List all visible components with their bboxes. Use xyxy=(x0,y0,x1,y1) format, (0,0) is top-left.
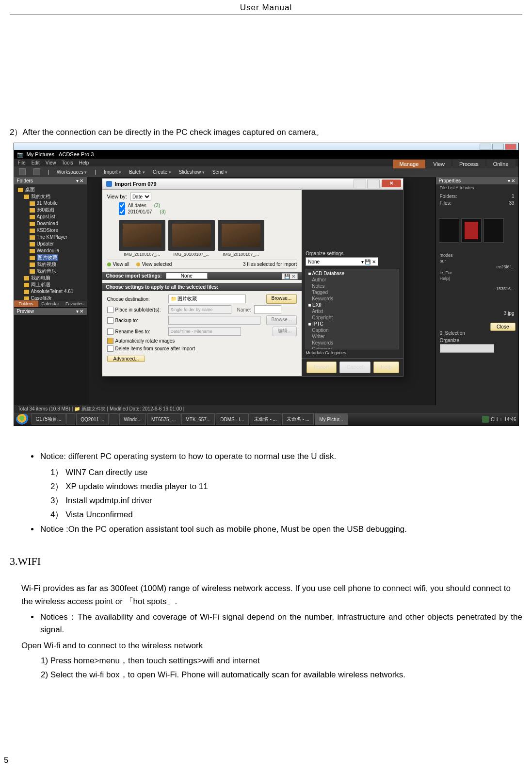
wifi-open-line: Open Wi-fi and to connect to the wireles… xyxy=(21,640,511,652)
ltab-folders[interactable]: Folders xyxy=(14,300,38,307)
task-2[interactable] xyxy=(66,413,75,425)
folder-tree[interactable]: 桌面我的文档91 Mobile360截图AppsListDownloadKSDS… xyxy=(14,184,87,300)
preview-header: Preview▾ ✕ xyxy=(14,308,87,315)
name-input[interactable] xyxy=(254,305,281,314)
auto-rotate-label: Automatically rotate images xyxy=(107,338,175,344)
task-5[interactable]: Windo... xyxy=(119,413,146,425)
chk-auto-rotate[interactable] xyxy=(107,338,113,344)
task-1[interactable]: G175项目... xyxy=(32,413,66,425)
tray-clock: 14:46 xyxy=(504,417,516,422)
win-max-icon[interactable] xyxy=(492,144,504,150)
thumb-2[interactable] xyxy=(168,220,215,251)
rename-edit-button[interactable]: 编辑... xyxy=(273,327,297,336)
tab-online[interactable]: Online xyxy=(486,160,516,168)
task-10[interactable]: 未命名 - ... xyxy=(282,413,314,425)
tb-send[interactable]: Send xyxy=(212,169,227,175)
menu-file[interactable]: File xyxy=(18,160,26,165)
dest-input[interactable]: 📁 图片收藏 xyxy=(168,295,246,303)
rename-select[interactable]: Date/Time - Filename xyxy=(168,327,241,336)
task-11[interactable]: My Pictur... xyxy=(315,413,347,425)
rthumb-1[interactable] xyxy=(439,218,459,243)
tray-icon[interactable] xyxy=(482,416,489,423)
tab-manage[interactable]: Manage xyxy=(393,160,426,168)
win-min-icon[interactable] xyxy=(480,144,491,150)
notice-usb-debug: Notice :On the PC operation assistant to… xyxy=(40,523,407,536)
chk-delete-src[interactable] xyxy=(107,345,113,352)
browse-button[interactable]: Browse... xyxy=(266,294,297,304)
backup-label: Backup to: xyxy=(107,317,165,324)
wifi-intro: Wi-Fi provides as far as 300feet (100M) … xyxy=(21,582,511,608)
import-settings-select[interactable]: None xyxy=(166,273,208,279)
dialog-max-icon[interactable] xyxy=(367,180,380,188)
intro-line: 2）After the connection can be directly i… xyxy=(10,127,522,138)
chk-date-label: 2010/01/07 xyxy=(128,209,152,214)
help-button[interactable]: Help xyxy=(373,361,399,373)
right-small-text: modes our ee25l6f... le_For Help| xyxy=(436,252,518,281)
chk-subfolder[interactable] xyxy=(107,307,113,313)
dialog-min-icon[interactable] xyxy=(354,180,366,188)
section-import-settings: Choose import settings: None 💾 ✕ xyxy=(102,272,302,280)
chk-date[interactable] xyxy=(119,209,125,215)
tab-view[interactable]: View xyxy=(426,160,451,168)
tb-slideshow[interactable]: Slideshow xyxy=(179,169,205,175)
thumb-1[interactable] xyxy=(119,220,165,251)
task-7[interactable]: MTK_657... xyxy=(181,413,215,425)
left-tabs: Folders Calendar Favorites xyxy=(14,300,87,308)
viewby-select[interactable]: Date xyxy=(130,193,151,200)
organize-box[interactable] xyxy=(440,344,494,353)
tab-process[interactable]: Process xyxy=(452,160,485,168)
task-3[interactable]: QQ2011 ... xyxy=(76,413,109,425)
tb-import[interactable]: Import xyxy=(104,169,121,175)
backup-input[interactable] xyxy=(168,316,260,325)
toolbar-back-icon[interactable] xyxy=(19,168,26,175)
count-all: (3) xyxy=(154,203,160,208)
organize-select[interactable]: None▾ 💾 ✕ xyxy=(306,257,378,266)
subfolder-label: Place in subfolder(s): xyxy=(107,307,165,313)
delete-src-label: Delete items from source after import xyxy=(107,345,195,352)
view-all-toggle[interactable]: View all xyxy=(107,262,129,267)
tb-create[interactable]: Create xyxy=(153,169,171,175)
section-apply-settings: Choose settings to apply to all the sele… xyxy=(102,283,302,291)
chk-backup[interactable] xyxy=(107,317,113,324)
metadata-list[interactable]: ■ ACD DatabaseAuthorNotesTaggedKeywords■… xyxy=(306,269,399,349)
ltab-calendar[interactable]: Calendar xyxy=(38,300,63,307)
bullet-dot-icon xyxy=(31,455,33,458)
backup-browse-button[interactable]: Browse... xyxy=(266,315,297,325)
wifi-step-2: 2) Select the wi-fi box，to open Wi-Fi. P… xyxy=(41,668,522,682)
step-install: 3） Install wpdmtp.inf driver xyxy=(50,494,522,508)
import-button[interactable]: Import xyxy=(306,361,336,373)
import-icon xyxy=(106,181,112,187)
rthumb-3[interactable] xyxy=(484,218,504,243)
rthumb-2[interactable] xyxy=(461,218,482,243)
cancel-button[interactable]: Cancel xyxy=(339,361,371,373)
thumb-3-cap: IMG_20100107_... xyxy=(218,252,264,257)
task-4[interactable] xyxy=(110,413,118,425)
menu-tools[interactable]: Tools xyxy=(62,160,73,165)
menu-help[interactable]: Help xyxy=(79,160,89,165)
start-button-icon[interactable] xyxy=(16,414,31,425)
dialog-close-button[interactable]: ✕ xyxy=(382,180,401,187)
task-8[interactable]: DDMS - I... xyxy=(216,413,248,425)
bullet-dot-icon xyxy=(31,528,33,530)
advanced-button[interactable]: Advanced... xyxy=(107,356,145,362)
thumb-3[interactable] xyxy=(218,220,264,251)
toolbar-fwd-icon[interactable] xyxy=(33,168,40,175)
chk-all-dates[interactable] xyxy=(119,202,125,209)
view-selected-toggle[interactable]: View selected xyxy=(136,262,172,267)
wifi-step-1: 1) Press home>menu，then touch settings>w… xyxy=(41,654,522,668)
subfolder-select[interactable]: Single folder by name xyxy=(168,305,231,314)
close-button[interactable]: Close xyxy=(490,323,516,331)
menu-edit[interactable]: Edit xyxy=(32,160,40,165)
win-close-icon[interactable] xyxy=(505,144,516,150)
step-xp: 2） XP update windows media player to 11 xyxy=(50,480,522,494)
menu-view[interactable]: View xyxy=(46,160,56,165)
chk-all-label: All dates xyxy=(128,203,146,208)
thumb-1-cap: IMG_20100107_... xyxy=(119,252,165,257)
system-tray: CH↑ 14:46 xyxy=(482,416,516,423)
tb-batch[interactable]: Batch xyxy=(129,169,145,175)
tb-workspaces[interactable]: Workspaces xyxy=(57,169,87,175)
task-6[interactable]: MT6575_... xyxy=(147,413,180,425)
ltab-favorites[interactable]: Favorites xyxy=(63,300,87,307)
chk-rename[interactable] xyxy=(107,329,113,335)
task-9[interactable]: 未命名 - ... xyxy=(250,413,281,425)
